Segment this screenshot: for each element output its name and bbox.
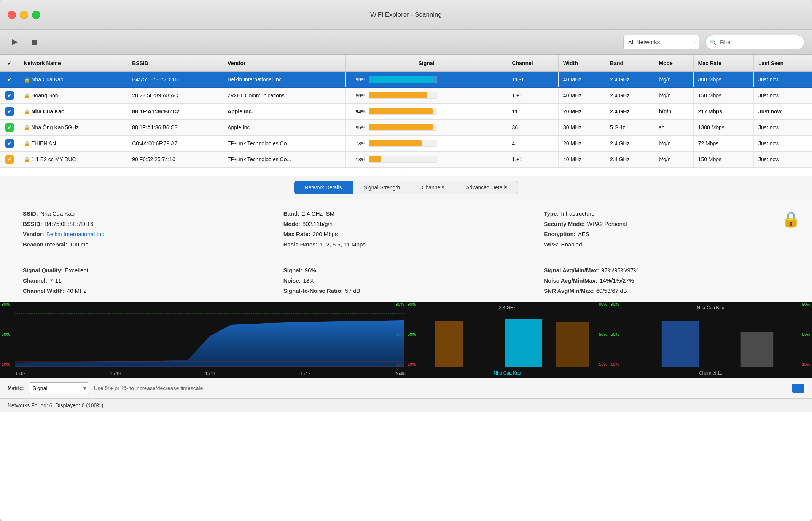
wps-label: WPS: <box>544 241 559 248</box>
vendor-label: Vendor: <box>23 231 44 237</box>
col-name[interactable]: Network Name <box>19 55 127 71</box>
row-checkbox[interactable]: ✓ <box>0 119 19 135</box>
chart-channel: Nha Cua Kao 90% 50% 10% 90% 50% 10% <box>609 302 812 378</box>
row-width: 20 MHz <box>559 135 605 151</box>
channel-value: 7 <box>49 277 53 284</box>
row-maxrate: 150 Mbps <box>693 151 753 167</box>
row-checkbox[interactable]: ✓ <box>0 103 19 119</box>
type-label: Type: <box>544 210 559 217</box>
y-label-50: 50% <box>2 332 10 337</box>
row-maxrate: 72 Mbps <box>693 135 753 151</box>
stop-button[interactable] <box>27 35 41 49</box>
traffic-lights <box>8 11 40 19</box>
detail-secmode: Security Mode: WPA2 Personal <box>544 221 766 227</box>
band-value: 2.4 GHz ISM <box>302 210 334 217</box>
row-bssid: C0:4A:00:6F:79:A7 <box>127 135 223 151</box>
row-bssid: 28:28:5D:89:A8:AC <box>127 87 223 103</box>
row-mode: b/g/n <box>654 103 693 119</box>
svg-marker-8 <box>662 321 699 367</box>
signal-col-3: Signal Avg/Min/Max: 97%/95%/97% Noise Av… <box>544 267 789 294</box>
col-mode[interactable]: Mode <box>654 55 693 71</box>
col-lastseen[interactable]: Last Seen <box>753 55 812 71</box>
vendor-value[interactable]: Belkin International Inc. <box>46 231 106 237</box>
y-label-r-90: 90% <box>396 302 404 307</box>
row-checkbox[interactable]: ✓ <box>0 135 19 151</box>
signal-width: Channel Width: 40 MHz <box>23 288 268 294</box>
row-name: 🔒 Nhà Ông Kao 5GHz <box>19 119 127 135</box>
noise-label: Noise: <box>283 277 301 284</box>
lock-icon: 🔒 <box>782 210 801 228</box>
row-channel: 11 <box>507 103 559 119</box>
details-container: SSID: Nha Cua Kao BSSID: B4:75:0E:8E:7D:… <box>0 199 812 259</box>
row-signal: 94% <box>345 103 507 119</box>
row-vendor: TP-Link Technologies Co... <box>223 151 345 167</box>
table-row[interactable]: ✓ 🔒 THIEN AN C0:4A:00:6F:79:A7 TP-Link T… <box>0 135 812 151</box>
row-name: 🔒 THIEN AN <box>19 135 127 151</box>
play-button[interactable] <box>8 35 21 49</box>
table-row[interactable]: ✓ 🔒 Nha Cua Kao B4:75:0E:8E:7D:16 Belkin… <box>0 71 812 87</box>
noise-avg: Noise Avg/Min/Max: 14%/1%/27% <box>544 277 789 284</box>
table-row[interactable]: ✓ 🔒 Nha Cua Kao 88:1F:A1:36:B6:C2 Apple … <box>0 103 812 119</box>
mode-value: 802.11b/g/n <box>303 221 333 227</box>
col-channel[interactable]: Channel <box>507 55 559 71</box>
col-width[interactable]: Width <box>559 55 605 71</box>
tab-signal-strength[interactable]: Signal Strength <box>353 181 411 194</box>
tab-advanced-details[interactable]: Advanced Details <box>455 181 518 194</box>
basicrates-label: Basic Rates: <box>283 241 318 248</box>
svg-marker-2 <box>15 320 404 367</box>
signal-snr: Signal-to-Noise Ratio: 57 dB <box>283 288 529 294</box>
details-panel: SSID: Nha Cua Kao BSSID: B4:75:0E:8E:7D:… <box>0 199 812 259</box>
col-check: ✓ <box>0 55 19 71</box>
row-band: 2.4 GHz <box>605 135 654 151</box>
channel-label: Channel: <box>23 277 47 284</box>
row-vendor: ZyXEL Communications... <box>223 87 345 103</box>
channel-chart-svg <box>624 313 810 367</box>
table-row[interactable]: ✓ 🔒 Hoang Son 28:28:5D:89:A8:AC ZyXEL Co… <box>0 87 812 103</box>
row-band: 2.4 GHz <box>605 87 654 103</box>
quality-label: Signal Quality: <box>23 267 63 273</box>
status-text: Networks Found: 6, Displayed: 6 (100%) <box>8 402 103 408</box>
col-maxrate[interactable]: Max Rate <box>693 55 753 71</box>
table-row[interactable]: ✓ 🔒 Nhà Ông Kao 5GHz 88:1F:A1:36:B6:C3 A… <box>0 119 812 135</box>
x-label-1509: 15:09 <box>15 371 26 376</box>
col-bssid[interactable]: BSSID <box>127 55 223 71</box>
row-mode: b/g/n <box>654 87 693 103</box>
col-band[interactable]: Band <box>605 55 654 71</box>
maximize-button[interactable] <box>32 11 40 19</box>
status-bar: Networks Found: 6, Displayed: 6 (100%) <box>0 398 812 412</box>
tab-channels[interactable]: Channels <box>411 181 455 194</box>
divider: • <box>0 168 812 176</box>
signal-quality: Signal Quality: Excellent <box>23 267 268 273</box>
quality-value: Excellent <box>65 267 88 273</box>
row-checkbox[interactable]: ✓ <box>0 71 19 87</box>
row-checkbox[interactable]: ✓ <box>0 87 19 103</box>
detail-ssid: SSID: Nha Cua Kao <box>23 210 268 217</box>
col-vendor[interactable]: Vendor <box>223 55 345 71</box>
detail-beacon: Beacon Interval: 100 ms <box>23 241 268 248</box>
tab-network-details[interactable]: Network Details <box>294 181 353 194</box>
width-label: Channel Width: <box>23 288 65 294</box>
table-row[interactable]: ✓ 🔒 1.1 E2 cc MY DUC 90:F6:52:25:74:10 T… <box>0 151 812 167</box>
noise-avg-value: 14%/1%/27% <box>600 277 634 284</box>
main-content: ✓ Network Name BSSID Vendor Signal Chann… <box>0 55 812 521</box>
filter-input[interactable] <box>705 35 804 49</box>
freq-label: 2.4 GHz <box>499 305 516 310</box>
close-button[interactable] <box>8 11 16 19</box>
metric-select-wrapper: Signal Noise SNR ▼ <box>29 382 89 394</box>
col-signal[interactable]: Signal <box>345 55 507 71</box>
minimize-button[interactable] <box>20 11 28 19</box>
metric-select[interactable]: Signal Noise SNR <box>29 382 89 394</box>
bssid-value: B4:75:0E:8E:7D:16 <box>45 221 93 227</box>
row-signal: 18% <box>345 151 507 167</box>
encryption-label: Encryption: <box>544 231 575 237</box>
network-filter-select[interactable]: All Networks 2.4 GHz 5 GHz <box>623 35 699 49</box>
channel-link[interactable]: 11 <box>55 277 62 284</box>
detail-col-2: Band: 2.4 GHz ISM Mode: 802.11b/g/n Max … <box>283 210 529 248</box>
row-mode: b/g/n <box>654 135 693 151</box>
detail-bssid: BSSID: B4:75:0E:8E:7D:16 <box>23 221 268 227</box>
now-label: Now <box>396 371 404 376</box>
time-chart-svg <box>15 313 404 367</box>
metric-bar: Metric: Signal Noise SNR ▼ Use ⌘+ or ⌘- … <box>0 378 812 398</box>
freq-y-50: 50% <box>408 332 416 337</box>
row-checkbox[interactable]: ✓ <box>0 151 19 167</box>
